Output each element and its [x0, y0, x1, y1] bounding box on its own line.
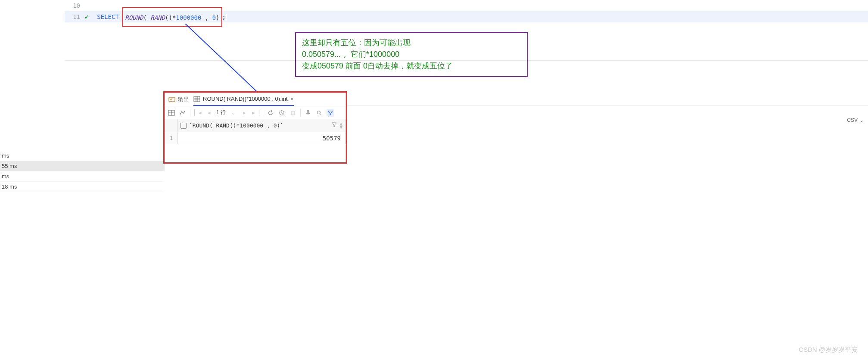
- svg-point-12: [317, 111, 320, 114]
- column-header[interactable]: `ROUND( RAND()*1000000 , 0)` ▲▼: [178, 119, 345, 132]
- tab-output[interactable]: 输出: [168, 93, 189, 106]
- refresh-button[interactable]: [267, 109, 274, 117]
- punct: ): [216, 14, 219, 21]
- filter-settings-button[interactable]: [327, 109, 334, 117]
- refresh-icon: [268, 110, 274, 116]
- pin-button[interactable]: [304, 109, 312, 117]
- grid-header-row: `ROUND( RAND()*1000000 , 0)` ▲▼: [165, 119, 345, 132]
- function-rand: RAND: [150, 14, 165, 21]
- filter-settings-icon: [327, 109, 333, 116]
- svg-rect-11: [291, 111, 295, 115]
- side-row[interactable]: ms: [0, 151, 165, 161]
- punct: ;: [222, 13, 226, 20]
- side-panel: ms 55 ms ms 18 ms: [0, 151, 165, 192]
- annotation-text: 变成050579 前面 0自动去掉，就变成五位了: [302, 60, 521, 72]
- sort-icon[interactable]: ▲▼: [339, 122, 342, 129]
- table-icon: [193, 96, 200, 102]
- side-row[interactable]: ms: [0, 171, 165, 182]
- annotation-note: 这里却只有五位：因为可能出现 0.050579... 。它们*1000000 变…: [295, 32, 528, 77]
- next-page-button[interactable]: ▸: [240, 109, 248, 117]
- output-icon: [168, 96, 175, 103]
- punct: ): [168, 14, 172, 21]
- column-type-icon: [180, 123, 187, 129]
- check-icon: ✓: [84, 12, 92, 23]
- results-highlight-box: 输出 ROUND( RAND()*1000000 , 0):int × ▏◂ ◂…: [163, 91, 347, 164]
- annotation-text: 0.050579... 。它们*1000000: [302, 49, 521, 60]
- first-page-button[interactable]: ▏◂: [194, 109, 202, 117]
- clock-icon: [279, 110, 285, 116]
- svg-line-13: [320, 113, 322, 115]
- tab-label: 输出: [178, 96, 189, 103]
- row-number: 1: [165, 132, 178, 144]
- view-table-button[interactable]: [168, 109, 175, 117]
- tab-result[interactable]: ROUND( RAND()*1000000 , 0):int ×: [193, 93, 294, 106]
- view-chart-button[interactable]: [179, 109, 187, 117]
- svg-rect-2: [194, 96, 200, 102]
- watermark: CSDN @岁岁岁平安: [799, 346, 858, 354]
- stop-button[interactable]: [289, 109, 297, 117]
- filter-icon[interactable]: [332, 122, 337, 129]
- search-button[interactable]: [315, 109, 323, 117]
- punct: ,: [205, 14, 208, 21]
- chevron-down-icon: ⌄: [859, 117, 864, 123]
- rows-dropdown[interactable]: ⌄: [229, 109, 237, 117]
- cell-value[interactable]: 50579: [178, 132, 345, 144]
- search-icon: [316, 110, 322, 116]
- separator: [190, 109, 190, 117]
- annotation-text: 这里却只有五位：因为可能出现: [302, 37, 521, 49]
- table-row[interactable]: 1 50579: [165, 132, 345, 144]
- results-panel: 输出 ROUND( RAND()*1000000 , 0):int × ▏◂ ◂…: [165, 93, 346, 162]
- keyword-select: SELECT: [97, 13, 119, 20]
- separator: [263, 109, 263, 117]
- text-cursor: [226, 14, 226, 21]
- last-page-button[interactable]: ▸▕: [252, 109, 259, 117]
- number-literal: 1000000: [176, 14, 201, 21]
- export-csv-button[interactable]: CSV ⌄: [847, 117, 864, 123]
- toolbar-border: [347, 119, 868, 119]
- close-icon[interactable]: ×: [290, 96, 294, 102]
- pin-icon: [305, 110, 311, 116]
- stop-icon: [290, 110, 296, 115]
- history-button[interactable]: [278, 109, 286, 117]
- side-row[interactable]: 55 ms: [0, 161, 165, 171]
- results-toolbar: ▏◂ ◂ 1 行 ⌄ ▸ ▸▕: [165, 106, 345, 119]
- toolbar-border: [347, 105, 868, 106]
- results-grid: `ROUND( RAND()*1000000 , 0)` ▲▼ 1 50579: [165, 119, 345, 162]
- code-editor[interactable]: 10 11 ✓ SELECT ROUND( RAND()*1000000 , 0…: [65, 0, 868, 22]
- function-round: ROUND: [125, 14, 143, 21]
- chart-icon: [179, 109, 186, 116]
- side-row[interactable]: 18 ms: [0, 182, 165, 192]
- separator: [300, 109, 301, 117]
- prev-page-button[interactable]: ◂: [205, 109, 213, 117]
- punct: (: [143, 14, 146, 21]
- number-literal: 0: [212, 14, 216, 21]
- column-header-label: `ROUND( RAND()*1000000 , 0)`: [189, 122, 329, 129]
- svg-rect-1: [169, 97, 175, 102]
- results-tab-bar: 输出 ROUND( RAND()*1000000 , 0):int ×: [165, 93, 345, 106]
- row-number-header: [165, 119, 178, 132]
- row-count-label: 1 行: [216, 109, 226, 116]
- grid-icon: [168, 109, 175, 116]
- gutter-line-number: 10: [65, 0, 83, 11]
- csv-label: CSV: [847, 117, 858, 123]
- tab-label: ROUND( RAND()*1000000 , 0):int: [203, 96, 288, 102]
- gutter-line-number: 11: [65, 11, 83, 22]
